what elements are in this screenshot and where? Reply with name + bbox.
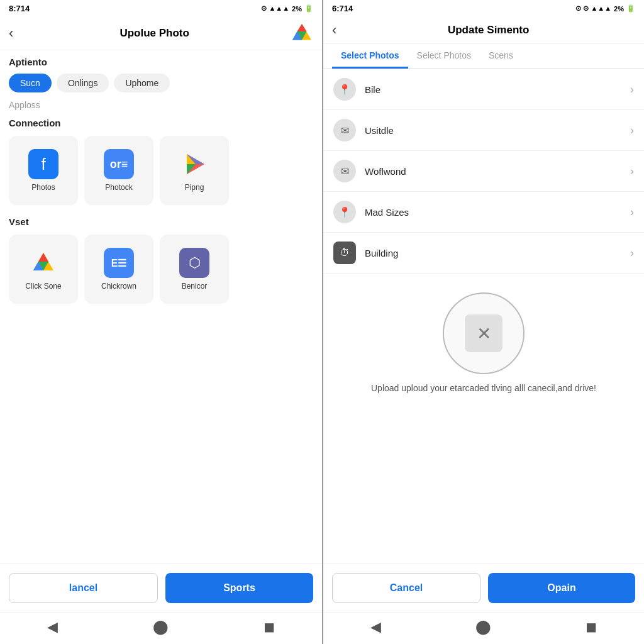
app-clicksone-label: Click Sone	[25, 282, 61, 291]
app-photos[interactable]: f Photos	[9, 136, 78, 205]
left-header-title: Upolue Photo	[18, 27, 291, 40]
list-item-bile[interactable]: 📍 Bile ›	[323, 69, 644, 110]
section-vset-label: Vset	[0, 210, 322, 230]
sheets-icon: E☰	[104, 248, 134, 278]
playstore-icon	[179, 149, 209, 179]
right-battery-text: 2%	[614, 5, 624, 13]
app-chickrown[interactable]: E☰ Chickrown	[84, 235, 153, 304]
app-photos-label: Photos	[31, 183, 55, 192]
empty-state-text: Upload uploud your etarcaded tlving alll…	[371, 382, 596, 395]
app-benicor[interactable]: ⬡ Benicor	[160, 235, 229, 304]
bile-label: Bile	[365, 84, 630, 95]
toggle-uphome[interactable]: Uphome	[114, 74, 170, 92]
left-status-icons: ⊙ ▲▲▲ 2% 🔋	[261, 4, 313, 13]
section-aptiento-label: Aptiento	[0, 50, 322, 70]
usitdle-icon: ✉	[333, 119, 356, 142]
right-nav-back-icon[interactable]: ◀	[370, 619, 381, 635]
app-pipng[interactable]: Pipng	[160, 136, 229, 205]
left-phone-panel: 8:714 ⊙ ▲▲▲ 2% 🔋 ‹ Upolue Photo Aptiento…	[0, 0, 322, 644]
usitdle-label: Usitdle	[365, 125, 630, 136]
right-battery-icon: 🔋	[626, 4, 635, 13]
right-bottom-buttons: Cancel Opain	[323, 564, 644, 612]
drive-icon	[291, 22, 313, 45]
tab-select-photos-1[interactable]: Select Photos	[332, 44, 408, 69]
nav-home-icon[interactable]: ⬤	[153, 619, 169, 635]
right-header: ‹ Update Simento	[323, 17, 644, 44]
right-phone-panel: 6:714 ⊙ ⊙ ▲▲▲ 2% 🔋 ‹ Update Simento Sele…	[322, 0, 644, 644]
list-item-madsizes[interactable]: 📍 Mad Sizes ›	[323, 192, 644, 233]
woflwond-chevron: ›	[630, 165, 634, 178]
bile-icon: 📍	[333, 78, 356, 101]
right-time: 6:714	[332, 4, 353, 13]
left-nav-bar: ◀ ⬤ ◼	[0, 612, 322, 644]
right-nav-bar: ◀ ⬤ ◼	[323, 612, 644, 644]
right-back-button[interactable]: ‹	[332, 22, 336, 38]
tab-select-photos-2[interactable]: Select Photos	[408, 44, 480, 69]
battery-icon: 🔋	[304, 4, 313, 13]
building-label: Building	[365, 248, 630, 258]
toggle-sucn[interactable]: Sucn	[9, 74, 52, 92]
app-pipng-label: Pipng	[185, 183, 204, 192]
right-primary-button[interactable]: Opain	[488, 573, 635, 603]
drive-app-icon	[28, 248, 58, 278]
nav-recents-icon[interactable]: ◼	[264, 619, 275, 635]
empty-cross-icon: ✕	[465, 314, 502, 352]
battery-text: 2%	[292, 5, 302, 13]
connection-apps-grid: f Photos or≡ Photock Pipng	[0, 131, 322, 210]
building-icon: ⏱	[333, 242, 356, 264]
app-photock[interactable]: or≡ Photock	[84, 136, 153, 205]
svg-marker-13	[38, 253, 48, 262]
app-photock-label: Photock	[105, 183, 132, 192]
docs-icon: or≡	[104, 149, 134, 179]
empty-circle: ✕	[443, 292, 525, 374]
section-apploss-label: Apploss	[0, 96, 322, 111]
list-item-woflwond[interactable]: ✉ Woflwond ›	[323, 151, 644, 192]
section-connection-label: Connection	[0, 111, 322, 131]
right-nav-home-icon[interactable]: ⬤	[475, 619, 491, 635]
left-bottom-buttons: lancel Sports	[0, 564, 322, 612]
left-primary-button[interactable]: Sports	[165, 573, 313, 603]
madsizes-label: Mad Sizes	[365, 207, 630, 218]
tab-scens[interactable]: Scens	[480, 44, 522, 69]
list-item-usitdle[interactable]: ✉ Usitdle ›	[323, 110, 644, 151]
right-header-title: Update Simento	[341, 24, 635, 36]
woflwond-label: Woflwond	[365, 166, 630, 177]
facebook-icon: f	[28, 149, 58, 179]
left-status-bar: 8:714 ⊙ ▲▲▲ 2% 🔋	[0, 0, 322, 17]
woflwond-icon: ✉	[333, 160, 356, 182]
bile-chevron: ›	[630, 83, 634, 96]
left-cancel-button[interactable]: lancel	[9, 573, 158, 603]
left-time: 8:714	[9, 4, 30, 13]
usitdle-chevron: ›	[630, 124, 634, 137]
right-nav-recents-icon[interactable]: ◼	[586, 619, 597, 635]
empty-state: ✕ Upload uploud your etarcaded tlving al…	[323, 274, 644, 408]
left-header: ‹ Upolue Photo	[0, 17, 322, 50]
app-chickrown-label: Chickrown	[101, 282, 136, 291]
vset-apps-grid: Click Sone E☰ Chickrown ⬡ Benicor	[0, 230, 322, 309]
right-status-bar: 6:714 ⊙ ⊙ ▲▲▲ 2% 🔋	[323, 0, 644, 17]
toggle-bar: Sucn Onlings Uphome	[0, 70, 322, 96]
right-signal-icon: ⊙ ⊙ ▲▲▲	[575, 4, 611, 13]
app-benicor-label: Benicor	[182, 282, 208, 291]
signal-icon: ⊙ ▲▲▲	[261, 4, 289, 13]
madsizes-icon: 📍	[333, 201, 356, 223]
svg-marker-4	[297, 24, 307, 31]
toggle-onlings[interactable]: Onlings	[57, 74, 109, 92]
right-status-icons: ⊙ ⊙ ▲▲▲ 2% 🔋	[575, 4, 635, 13]
tabs-bar: Select Photos Select Photos Scens	[323, 44, 644, 69]
madsizes-chevron: ›	[630, 206, 634, 219]
list-item-building[interactable]: ⏱ Building ›	[323, 233, 644, 274]
building-chevron: ›	[630, 247, 634, 260]
app-clicksone[interactable]: Click Sone	[9, 235, 78, 304]
right-cancel-button[interactable]: Cancel	[332, 573, 480, 603]
nav-back-icon[interactable]: ◀	[47, 619, 58, 635]
teams-icon: ⬡	[179, 248, 209, 278]
left-back-button[interactable]: ‹	[9, 25, 13, 42]
